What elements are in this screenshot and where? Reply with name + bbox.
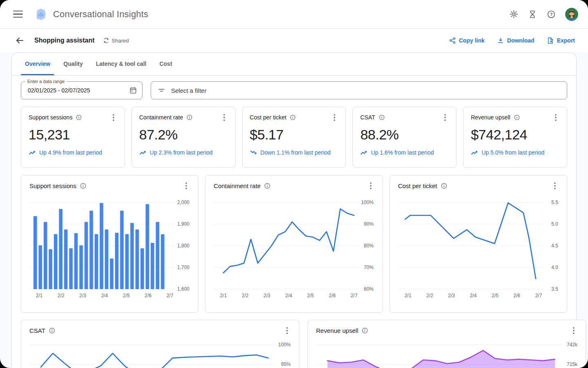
export-button[interactable]: Export bbox=[547, 37, 575, 44]
svg-text:100%: 100% bbox=[278, 342, 291, 348]
date-range-field[interactable]: Enter a data range 02/01/2025 - 02/07/20… bbox=[21, 81, 143, 99]
kpi-support-sessions: Support sessions 15,231 Up 4.9% from las… bbox=[21, 107, 125, 168]
date-range-value: 02/01/2025 - 02/07/2025 bbox=[28, 87, 129, 94]
kebab-menu-icon[interactable] bbox=[220, 114, 228, 121]
info-icon[interactable] bbox=[76, 114, 82, 121]
info-icon[interactable] bbox=[514, 114, 520, 121]
svg-text:2/4: 2/4 bbox=[285, 293, 292, 298]
csat-line-chart: 100%95%90%85%80%2/12/22/32/42/52/62/7 bbox=[29, 337, 291, 368]
info-icon[interactable] bbox=[361, 327, 368, 334]
help-icon[interactable]: ? bbox=[546, 9, 556, 19]
filter-row: Enter a data range 02/01/2025 - 02/07/20… bbox=[12, 76, 576, 99]
app-bar-actions: ? bbox=[509, 8, 578, 21]
info-icon[interactable] bbox=[441, 182, 448, 189]
product-logo-icon bbox=[34, 8, 47, 21]
shared-status[interactable]: Shared bbox=[103, 37, 129, 44]
app-bar: Conversational Insights ? bbox=[0, 0, 588, 29]
svg-text:2/6: 2/6 bbox=[513, 293, 520, 298]
kebab-menu-icon[interactable] bbox=[441, 114, 449, 121]
trending-up-icon bbox=[360, 149, 368, 156]
chart-card-revenue-upsell: Revenue upsell 742k715k688k661k634k2/12/… bbox=[307, 320, 586, 368]
svg-text:2/7: 2/7 bbox=[535, 293, 542, 298]
kpi-title: Support sessions bbox=[29, 114, 72, 121]
copy-link-label: Copy link bbox=[459, 37, 485, 44]
svg-text:2/1: 2/1 bbox=[404, 293, 411, 298]
tab-quality[interactable]: Quality bbox=[57, 52, 89, 75]
kebab-menu-icon[interactable] bbox=[283, 327, 291, 334]
calendar-icon[interactable] bbox=[129, 86, 137, 94]
export-label: Export bbox=[557, 37, 575, 44]
menu-icon[interactable] bbox=[13, 9, 23, 19]
filter-icon bbox=[158, 87, 165, 94]
app-title: Conversational Insights bbox=[53, 9, 148, 20]
kpi-value: 88.2% bbox=[360, 127, 449, 143]
svg-text:2/7: 2/7 bbox=[167, 293, 174, 298]
download-icon bbox=[497, 37, 504, 44]
kpi-containment-rate: Containment rate 87.2% Up 2.3% from last… bbox=[131, 107, 236, 168]
download-button[interactable]: Download bbox=[497, 37, 535, 44]
filter-placeholder: Select a filter bbox=[171, 87, 207, 94]
kpi-title: Cost per ticket bbox=[250, 114, 286, 121]
svg-text:1,800: 1,800 bbox=[177, 243, 189, 249]
svg-text:2/3: 2/3 bbox=[264, 293, 271, 298]
info-icon[interactable] bbox=[264, 182, 271, 189]
chart-card-containment-rate: Containment rate 100%90%80%70%60%2/12/22… bbox=[205, 175, 383, 313]
trending-down-icon bbox=[250, 149, 257, 156]
filter-select-field[interactable]: Select a filter bbox=[151, 81, 567, 99]
svg-text:2/5: 2/5 bbox=[307, 293, 314, 298]
svg-text:3.5: 3.5 bbox=[551, 286, 558, 292]
svg-text:2/3: 2/3 bbox=[79, 293, 86, 298]
trending-up-icon bbox=[139, 149, 147, 156]
kebab-menu-icon[interactable] bbox=[552, 114, 559, 121]
info-icon[interactable] bbox=[186, 114, 193, 121]
revenue-upsell-area-chart: 742k715k688k661k634k2/12/22/32/42/52/62/… bbox=[316, 337, 577, 368]
kebab-menu-icon[interactable] bbox=[551, 182, 559, 189]
info-icon[interactable] bbox=[379, 114, 385, 121]
hourglass-icon[interactable] bbox=[528, 9, 537, 19]
chart-title: CSAT bbox=[29, 327, 45, 334]
kpi-row: Support sessions 15,231 Up 4.9% from las… bbox=[12, 99, 576, 168]
tab-cost[interactable]: Cost bbox=[153, 52, 178, 75]
kpi-value: 87.2% bbox=[139, 127, 228, 143]
svg-text:4.5: 4.5 bbox=[551, 243, 558, 249]
back-arrow-icon[interactable] bbox=[15, 36, 24, 45]
kpi-title: CSAT bbox=[360, 114, 375, 121]
tab-bar: Overview Quality Latency & tool call Cos… bbox=[12, 53, 576, 76]
shared-label: Shared bbox=[112, 38, 129, 44]
kebab-menu-icon[interactable] bbox=[570, 327, 577, 334]
svg-text:2/7: 2/7 bbox=[351, 293, 358, 298]
settings-icon[interactable] bbox=[509, 9, 519, 19]
support-sessions-bar-chart: 2,0001,9001,8001,7001,6002/12/22/32/42/5… bbox=[29, 192, 189, 301]
avatar[interactable] bbox=[565, 8, 578, 21]
chart-card-csat: CSAT 100%95%90%85%80%2/12/22/32/42/52/62… bbox=[21, 320, 299, 368]
kebab-menu-icon[interactable] bbox=[183, 182, 190, 189]
kpi-revenue-upsell: Revenue upsell $742,124 Up 5.0% from las… bbox=[463, 107, 567, 168]
kpi-trend-text: Up 5.0% from last period bbox=[481, 149, 544, 156]
kebab-menu-icon[interactable] bbox=[367, 182, 374, 189]
info-icon[interactable] bbox=[80, 182, 87, 189]
svg-text:2/6: 2/6 bbox=[329, 293, 336, 298]
info-icon[interactable] bbox=[290, 114, 296, 121]
svg-text:2/3: 2/3 bbox=[448, 293, 455, 298]
info-icon[interactable] bbox=[49, 327, 56, 334]
svg-text:5.0: 5.0 bbox=[551, 221, 558, 227]
trending-up-icon bbox=[29, 149, 36, 156]
tab-overview[interactable]: Overview bbox=[18, 52, 57, 75]
svg-text:2/1: 2/1 bbox=[36, 293, 43, 298]
chart-title: Revenue upsell bbox=[316, 327, 358, 334]
report-title: Shopping assistant bbox=[34, 37, 95, 44]
report-actions: Copy link Download Export bbox=[449, 37, 575, 44]
kpi-csat: CSAT 88.2% Up 1.6% from last period bbox=[352, 107, 457, 168]
copy-link-button[interactable]: Copy link bbox=[449, 37, 485, 44]
chart-card-support-sessions: Support sessions 2,0001,9001,8001,7001,6… bbox=[21, 175, 198, 313]
chart-title: Containment rate bbox=[214, 182, 261, 189]
kebab-menu-icon[interactable] bbox=[110, 114, 117, 121]
svg-text:1,900: 1,900 bbox=[177, 221, 189, 227]
svg-text:?: ? bbox=[550, 12, 553, 17]
kebab-menu-icon[interactable] bbox=[331, 114, 338, 121]
tab-latency-tool-call[interactable]: Latency & tool call bbox=[89, 52, 153, 75]
svg-text:70%: 70% bbox=[364, 265, 374, 270]
svg-text:2/2: 2/2 bbox=[242, 293, 249, 298]
kpi-title: Containment rate bbox=[139, 114, 183, 121]
chart-title: Support sessions bbox=[29, 182, 76, 189]
